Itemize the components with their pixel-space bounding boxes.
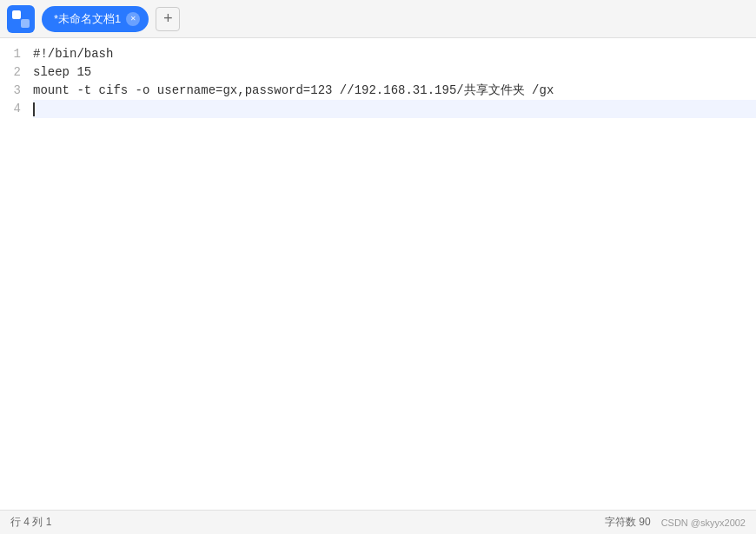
line-numbers: 1234 [0,38,26,510]
add-tab-button[interactable]: + [156,7,180,31]
status-right: 字符数 90 CSDN @skyyx2002 [605,515,746,530]
code-line-empty [33,282,756,300]
code-line-empty [33,227,756,246]
line-number: 2 [14,63,21,82]
status-position: 行 4 列 1 [10,515,51,530]
code-content[interactable]: #!/bin/bashsleep 15mount -t cifs -o user… [26,38,756,510]
code-line-empty [33,209,756,227]
code-line-empty [33,373,756,392]
code-line-empty [33,337,756,355]
cursor-position: 行 4 列 1 [10,515,51,530]
app-logo-icon [12,10,30,28]
code-line-empty [33,173,756,191]
text-cursor [33,102,35,116]
watermark-text: CSDN @skyyx2002 [661,518,746,528]
active-tab[interactable]: *未命名文档1 ✕ [42,6,149,32]
line-number: 3 [14,82,21,100]
tab-title: *未命名文档1 [54,11,121,27]
code-line-empty [33,483,756,501]
code-line-empty [33,410,756,428]
status-bar: 行 4 列 1 字符数 90 CSDN @skyyx2002 [0,510,756,534]
app-logo [7,5,35,33]
code-line-empty [33,355,756,373]
code-line: sleep 15 [33,63,756,82]
code-line-empty [33,264,756,282]
code-line-empty [33,136,756,155]
code-line-empty [33,319,756,337]
char-count-display: 字符数 90 [605,515,651,530]
code-line-empty [33,446,756,465]
code-line-empty [33,155,756,173]
code-line: mount -t cifs -o username=gx,password=12… [33,82,756,100]
code-line-empty [33,246,756,264]
topbar: *未命名文档1 ✕ + [0,0,756,38]
line-number: 1 [14,45,21,63]
code-line-empty [33,428,756,446]
code-line-empty [33,300,756,319]
code-line-empty [33,392,756,410]
code-line [33,100,756,118]
code-line: #!/bin/bash [33,45,756,63]
code-line-empty [33,118,756,136]
line-number: 4 [14,100,21,118]
tab-close-button[interactable]: ✕ [126,12,140,26]
editor-area: 1234 #!/bin/bashsleep 15mount -t cifs -o… [0,38,756,510]
code-line-empty [33,465,756,483]
code-line-empty [33,191,756,209]
